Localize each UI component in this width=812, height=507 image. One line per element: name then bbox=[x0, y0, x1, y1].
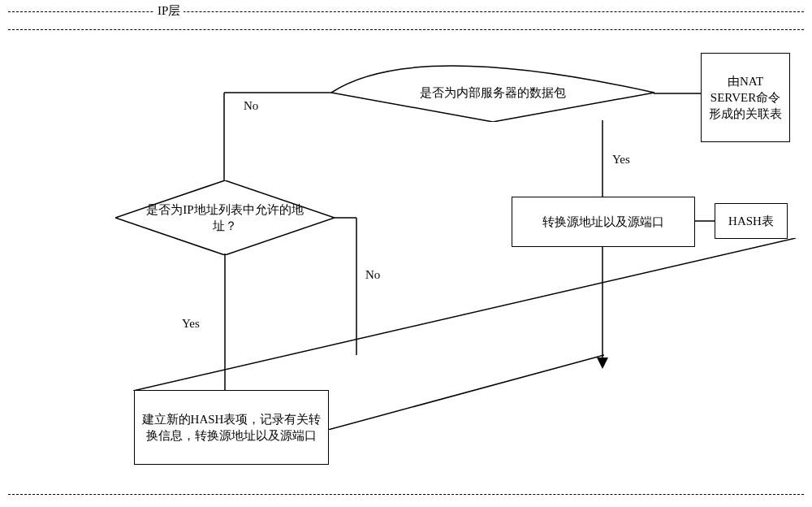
second-dashed-line bbox=[8, 29, 804, 30]
decision-allowed-ip-text: 是否为IP地址列表中允许的地址？ bbox=[115, 202, 335, 235]
d2-no-label: No bbox=[364, 268, 382, 282]
box-hash-table-text: HASH表 bbox=[728, 213, 774, 229]
box-association-table: 由NAT SERVER命令形成的关联表 bbox=[701, 53, 790, 142]
arrowhead-main bbox=[597, 358, 608, 369]
box-new-hash-entry: 建立新的HASH表项，记录有关转换信息，转换源地址以及源端口 bbox=[134, 390, 329, 465]
top-dashed-line bbox=[8, 11, 804, 12]
box-association-table-text: 由NAT SERVER命令形成的关联表 bbox=[708, 73, 783, 123]
box-convert-source: 转换源地址以及源端口 bbox=[512, 197, 695, 247]
decision-internal-server-text: 是否为内部服务器的数据包 bbox=[395, 84, 590, 101]
layer-label: IP层 bbox=[154, 3, 184, 19]
box-hash-table: HASH表 bbox=[715, 203, 788, 239]
box-convert-source-text: 转换源地址以及源端口 bbox=[542, 214, 664, 230]
d1-yes-label: Yes bbox=[611, 153, 632, 167]
decision-internal-server: 是否为内部服务器的数据包 bbox=[331, 63, 654, 122]
svg-line-10 bbox=[133, 238, 796, 391]
svg-line-11 bbox=[328, 355, 604, 430]
box-new-hash-entry-text: 建立新的HASH表项，记录有关转换信息，转换源地址以及源端口 bbox=[141, 411, 322, 444]
d1-no-label: No bbox=[242, 99, 260, 113]
d2-yes-label: Yes bbox=[180, 317, 201, 331]
decision-allowed-ip: 是否为IP地址列表中允许的地址？ bbox=[115, 180, 335, 255]
bottom-dashed-line bbox=[8, 494, 804, 495]
